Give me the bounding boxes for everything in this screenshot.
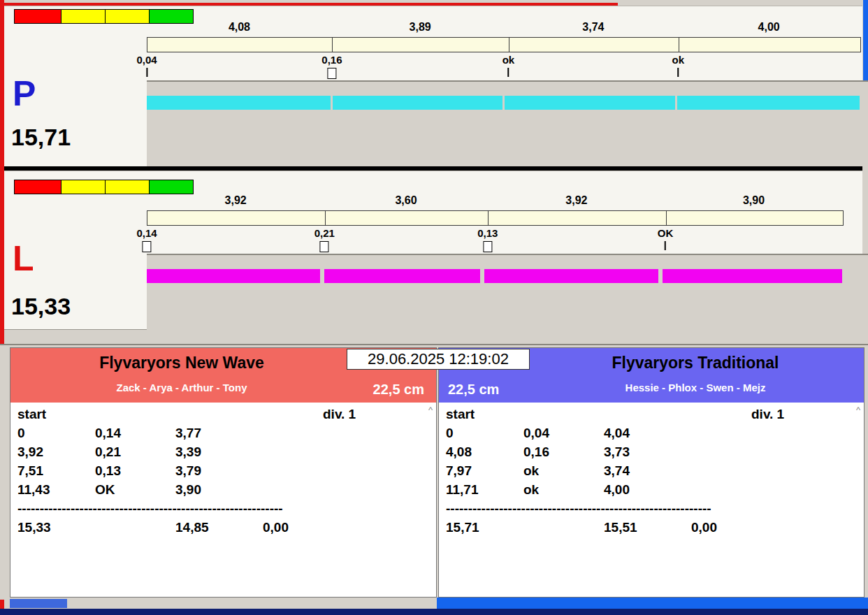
legend-yellow2-icon (105, 180, 150, 194)
status-legend (14, 180, 194, 194)
exchange-time: 0,16 (321, 54, 342, 66)
totals-row: 15,7115,510,00 (439, 520, 864, 539)
results-section: Flyvaryors New Wave Zack - Arya - Arthur… (0, 344, 868, 600)
swim-time-bar (147, 269, 842, 283)
result-row: 00,143,77 (10, 426, 436, 444)
result-row: 4,080,163,73 (439, 444, 864, 463)
bar-segment (489, 211, 667, 225)
legend-red-icon (14, 9, 62, 24)
results-header-line: start div. 1 (10, 407, 436, 426)
lane-panel-p: P 15,71 4,08 3,89 3,74 4,00 0,04 0,16 (4, 6, 862, 168)
taskbar-fragment (0, 609, 868, 615)
leg-time: 3,92 (565, 194, 587, 207)
team-distance: 22,5 cm (373, 382, 424, 398)
leg-time: 3,90 (743, 194, 765, 207)
exchange-time: 0,04 (136, 54, 157, 66)
team-panel-left: Flyvaryors New Wave Zack - Arya - Arthur… (10, 347, 437, 598)
result-row: 11,71ok4,00 (439, 482, 864, 501)
leg-time: 3,74 (582, 21, 604, 34)
leg-times-top: 4,08 3,89 3,74 4,00 (147, 22, 860, 33)
leg-time: 4,08 (229, 21, 250, 34)
start-label: start (17, 407, 46, 421)
bar-segment (505, 96, 675, 110)
legend-red-icon (14, 180, 62, 194)
exchange-tick-icon (677, 68, 679, 77)
exchange-time: OK (658, 227, 674, 239)
legend-green-icon (149, 180, 194, 194)
background-window-fragment (10, 599, 67, 608)
background-window-fragment (437, 598, 868, 609)
bar-segment (326, 211, 489, 225)
exchange-time: 0,14 (136, 227, 157, 239)
swim-time-bar (147, 96, 860, 110)
team-results: ^ start div. 1 00,044,04 4,080,163,73 7,… (439, 403, 864, 597)
leg-time: 3,92 (225, 194, 247, 207)
bar-segment (147, 269, 320, 283)
bar-segment (677, 96, 860, 110)
result-row: 3,920,213,39 (10, 444, 436, 463)
results-separator: ----------------------------------------… (439, 501, 864, 520)
exchange-tick-icon (146, 68, 147, 77)
bar-segment (679, 38, 860, 52)
result-row: 7,97ok3,74 (439, 463, 864, 482)
bar-segment (663, 269, 842, 283)
exchange-checkbox[interactable] (483, 241, 492, 252)
exchange-checkbox[interactable] (142, 241, 151, 252)
team-name: Flyvaryors Traditional (528, 354, 862, 372)
bar-segment (147, 96, 331, 110)
leg-time: 3,89 (410, 21, 431, 34)
bar-segment (333, 96, 502, 110)
legend-yellow-icon (61, 9, 106, 24)
bar-segment (667, 211, 843, 225)
team-members: Hessie - Phlox - Swen - Mejz (528, 382, 862, 393)
start-label: start (446, 407, 475, 421)
team-results: ^ start div. 1 00,143,77 3,920,213,39 7,… (10, 403, 436, 597)
team-name: Flyvaryors New Wave (10, 354, 353, 372)
division-label: div. 1 (323, 407, 356, 422)
lane-panel-l: L 15,33 3,92 3,60 3,92 3,90 0,14 0,21 (4, 171, 862, 330)
division-label: div. 1 (751, 407, 784, 422)
bar-segment (147, 38, 333, 52)
datetime-display: 29.06.2025 12:19:02 (347, 349, 530, 370)
leg-time: 4,00 (758, 21, 780, 34)
exchange-time: 0,13 (477, 227, 498, 239)
lane-bars: 3,92 3,60 3,92 3,90 0,14 0,21 (147, 195, 842, 284)
total-time-bar (147, 37, 861, 52)
team-members: Zack - Arya - Arthur - Tony (10, 382, 353, 393)
lane-letter: L (13, 241, 34, 276)
results-separator: ----------------------------------------… (10, 501, 436, 520)
result-row: 00,044,04 (439, 426, 864, 444)
result-row: 7,510,133,79 (10, 463, 436, 482)
lane-letter: P (13, 76, 36, 111)
lane-total-time: 15,71 (11, 124, 71, 151)
lane-bars: 4,08 3,89 3,74 4,00 0,04 0,16 (147, 22, 860, 111)
exchange-row: 0,14 0,21 0,13 OK (147, 227, 842, 252)
exchange-time: ok (502, 54, 515, 66)
lane-total-time: 15,33 (11, 293, 71, 320)
exchange-time: ok (672, 54, 685, 66)
exchange-time: 0,21 (314, 227, 335, 239)
bar-segment (333, 38, 509, 52)
team-distance: 22,5 cm (448, 382, 499, 398)
exchange-tick-icon (665, 241, 666, 250)
exchange-row: 0,04 0,16 ok ok (147, 54, 860, 79)
exchange-checkbox[interactable] (320, 241, 329, 252)
legend-yellow-icon (61, 180, 106, 194)
results-header-line: start div. 1 (439, 407, 864, 426)
bar-segment (324, 269, 480, 283)
bar-segment (147, 211, 326, 225)
exchange-checkbox[interactable] (327, 68, 336, 79)
exchange-tick-icon (507, 68, 509, 77)
team-panel-right: Flyvaryors Traditional Hessie - Phlox - … (438, 347, 865, 598)
result-row: 11,43OK3,90 (10, 482, 436, 501)
totals-row: 15,3314,850,00 (10, 520, 436, 539)
total-time-bar (147, 210, 844, 226)
timing-app-window: { "header": { "datetime": "29.06.2025 12… (0, 0, 868, 615)
bar-segment (484, 269, 658, 283)
leg-times-top: 3,92 3,60 3,92 3,90 (147, 195, 842, 206)
legend-yellow2-icon (105, 9, 150, 24)
bar-segment (509, 38, 679, 52)
leg-time: 3,60 (395, 194, 417, 207)
